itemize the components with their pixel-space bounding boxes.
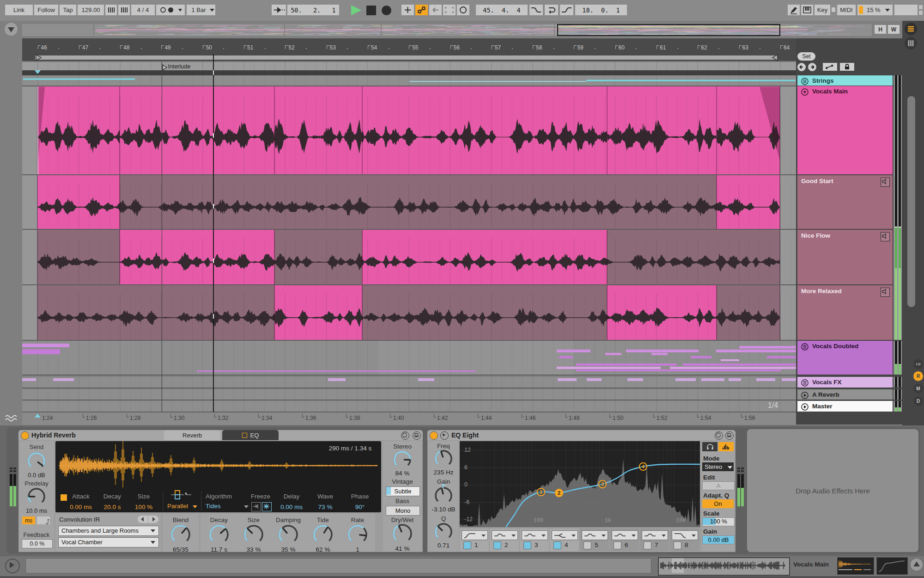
beat-time-ruler[interactable]: 46474849505152535455565758596061626364 xyxy=(22,38,796,54)
eq-band-handle-2[interactable]: 2 xyxy=(554,488,564,498)
loop-start-field[interactable]: 45. 4. 4 xyxy=(476,5,528,15)
track-lane-vocals-doubled[interactable] xyxy=(22,341,796,375)
show-io-button[interactable]: I-O xyxy=(913,359,923,369)
band-filter-type-select[interactable] xyxy=(462,530,488,540)
take-lane-header-more[interactable]: More Relaxed xyxy=(797,285,893,340)
play-button[interactable] xyxy=(349,5,363,15)
track-lane-vocals-main[interactable] xyxy=(22,86,796,174)
loop-region-bar[interactable] xyxy=(35,55,778,60)
band-filter-type-select[interactable] xyxy=(642,530,668,540)
track-header-a-reverb[interactable]: A Reverb xyxy=(797,389,893,400)
eq-band-handle-1[interactable]: 1 xyxy=(536,487,546,497)
locator-row[interactable]: Interlude xyxy=(22,61,796,71)
band-on-checkbox[interactable] xyxy=(614,541,621,549)
tide-knob[interactable] xyxy=(312,524,334,545)
midi-map-button[interactable]: MIDI xyxy=(837,5,856,15)
loop-start-marker[interactable] xyxy=(35,54,43,61)
track-lane-a-reverb[interactable] xyxy=(22,389,796,400)
track-lane-vocals-fx[interactable] xyxy=(22,377,796,387)
blend-knob[interactable] xyxy=(170,524,191,545)
feedback-field[interactable]: 0.0 % xyxy=(22,539,53,548)
follow-button[interactable]: Follow xyxy=(34,5,58,15)
device-thumbnail-reverb[interactable] xyxy=(837,557,874,575)
hot-swap-button[interactable] xyxy=(715,431,723,440)
track-header-master[interactable]: Master xyxy=(797,401,893,412)
eq-display[interactable]: 1260-6-121001k10k1234 xyxy=(460,441,700,527)
decay-knob[interactable] xyxy=(208,524,230,545)
track-lane-strings[interactable] xyxy=(22,75,796,86)
capture-midi-button[interactable] xyxy=(457,5,469,15)
locator-flag[interactable]: Interlude xyxy=(162,62,194,70)
punch-in-button[interactable] xyxy=(529,5,543,15)
band-on-checkbox[interactable] xyxy=(584,541,591,549)
track-header-vocals-main[interactable]: Vocals Main xyxy=(797,86,893,174)
eq-band-handle-4[interactable]: 4 xyxy=(638,462,648,471)
track-lane-master[interactable]: 1/4 xyxy=(22,401,796,412)
record-button[interactable] xyxy=(382,6,391,15)
vintage-selector[interactable]: Subtle xyxy=(386,486,420,496)
next-locator-button[interactable] xyxy=(808,63,816,71)
nudge-down-button[interactable] xyxy=(105,5,117,15)
band-on-checkbox[interactable] xyxy=(553,541,561,549)
back-to-arrangement-button[interactable] xyxy=(429,5,442,15)
band-filter-type-select[interactable] xyxy=(612,530,638,540)
eq-band-handle-3[interactable]: 3 xyxy=(598,480,607,489)
set-locator-button[interactable]: Set xyxy=(797,52,815,61)
scale-field[interactable]: 100 % xyxy=(702,517,735,526)
preview-clip-button[interactable] xyxy=(5,559,20,573)
take-lane-header-nice[interactable]: Nice Flow xyxy=(797,230,893,284)
adaptq-toggle[interactable]: On xyxy=(702,499,734,508)
punch-out-button[interactable] xyxy=(560,5,573,15)
play-circle-icon[interactable] xyxy=(800,402,809,412)
band-filter-type-select[interactable] xyxy=(492,530,518,540)
send-knob[interactable] xyxy=(27,451,46,471)
overview-w-button[interactable]: W xyxy=(888,25,900,34)
preview-button[interactable] xyxy=(440,431,449,440)
automation-arm-button[interactable] xyxy=(415,5,428,15)
session-view-button[interactable] xyxy=(905,37,917,49)
show-mixer-button[interactable]: M xyxy=(913,384,923,394)
nudge-up-button[interactable] xyxy=(118,5,130,15)
band-on-checkbox[interactable] xyxy=(674,541,681,549)
band-on-checkbox[interactable] xyxy=(644,541,651,549)
routing-icon[interactable] xyxy=(167,489,193,500)
metronome-button[interactable] xyxy=(156,5,185,15)
track-header-strings[interactable]: Strings xyxy=(797,75,893,86)
tab-eq[interactable]: EQ xyxy=(222,430,279,440)
insert-marker-button[interactable] xyxy=(401,5,414,15)
clip-overview[interactable] xyxy=(658,557,790,576)
save-preset-button[interactable] xyxy=(413,431,421,440)
band-filter-type-select[interactable] xyxy=(582,530,608,540)
prev-locator-button[interactable] xyxy=(797,63,806,71)
take-lane-header-good[interactable]: Good Start xyxy=(797,175,893,229)
track-header-vocals-doubled[interactable]: Vocals Doubled xyxy=(797,341,893,375)
session-arrangement-toggle[interactable] xyxy=(905,23,917,35)
playhead-line[interactable] xyxy=(213,54,214,412)
drop-audio-effects-zone[interactable]: Drop Audio Effects Here xyxy=(747,429,918,552)
note-sync-button[interactable] xyxy=(37,517,50,524)
quantization-menu[interactable]: 1 Bar xyxy=(187,5,215,15)
band-on-checkbox[interactable] xyxy=(463,541,471,549)
save-preset-button[interactable] xyxy=(725,431,734,440)
band-on-checkbox[interactable] xyxy=(523,541,531,549)
loop-brace-row[interactable] xyxy=(22,54,796,61)
overview-viewport[interactable] xyxy=(557,24,780,36)
tab-reverb[interactable]: Reverb xyxy=(164,430,220,440)
menu-circle-icon[interactable] xyxy=(800,342,809,351)
loop-button[interactable] xyxy=(545,5,558,15)
show-returns-button[interactable]: R xyxy=(913,371,923,381)
time-ruler[interactable]: 1:241:261:281:301:321:341:361:381:401:42… xyxy=(22,412,796,425)
loop-length-field[interactable]: 18. 0. 1 xyxy=(575,5,627,15)
lock-envelopes-button[interactable] xyxy=(840,63,854,71)
size-knob[interactable] xyxy=(243,524,264,545)
eq-eight-title-bar[interactable]: EQ Eight xyxy=(427,430,736,440)
take-lane-more-relaxed[interactable] xyxy=(22,285,796,340)
damping-knob[interactable] xyxy=(278,524,299,545)
hybrid-reverb-title-bar[interactable]: Hybrid ReverbReverbEQ xyxy=(18,430,423,440)
overview-h-button[interactable]: H xyxy=(875,25,886,34)
stop-button[interactable] xyxy=(366,6,376,15)
vertical-scrollbar[interactable] xyxy=(907,96,915,307)
arrangement-overview[interactable] xyxy=(22,24,872,36)
analyze-button[interactable] xyxy=(718,442,734,451)
algorithm-selector[interactable]: Tides xyxy=(206,502,252,511)
